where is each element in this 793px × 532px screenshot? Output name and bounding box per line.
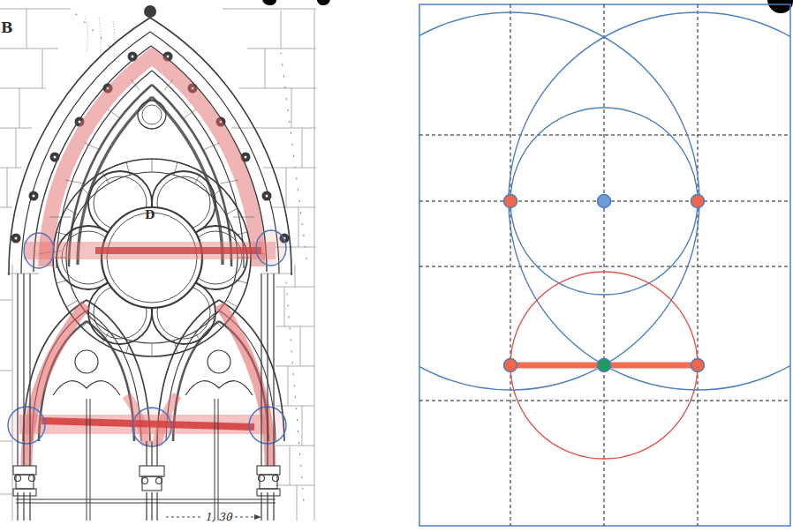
- upper-left-springing-point: [504, 195, 517, 208]
- gothic-window-engraving: D: [0, 0, 415, 532]
- dashed-grid: [419, 4, 790, 526]
- sketch-streaks: [85, 16, 115, 58]
- dimension-label: 1, 30: [205, 511, 233, 523]
- lower-right-point: [691, 359, 705, 372]
- diagram-frame: [419, 4, 790, 526]
- spandrel-circle: [138, 101, 166, 129]
- upper-right-ellipse: [256, 230, 286, 266]
- corner-label: B: [1, 19, 13, 36]
- engraving-panel: D: [0, 0, 415, 532]
- dimension-annotation: 1, 30: [166, 511, 261, 523]
- figure-page: { "figure": { "description": "Two-panel …: [0, 0, 793, 532]
- upper-left-ellipse: [24, 233, 54, 268]
- dimension-arrow: [254, 514, 261, 520]
- upper-highlight-band: [24, 242, 276, 259]
- lower-center-intersection-point: [598, 359, 611, 372]
- lower-center-ellipse: [132, 408, 171, 446]
- construction-panel: [415, 0, 793, 532]
- lower-left-point: [504, 359, 517, 372]
- lower-left-ellipse: [8, 407, 45, 444]
- geometric-construction-diagram: [415, 0, 793, 532]
- rose-center-label: D: [145, 208, 155, 221]
- upper-center-point: [598, 195, 611, 208]
- upper-right-springing-point: [691, 195, 705, 208]
